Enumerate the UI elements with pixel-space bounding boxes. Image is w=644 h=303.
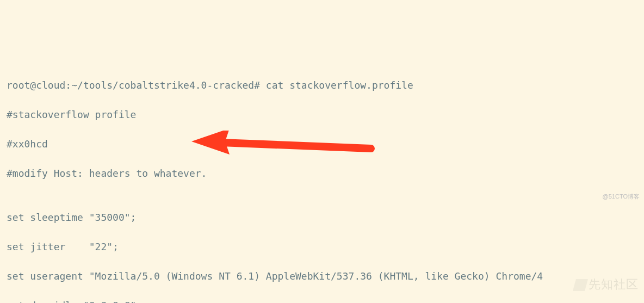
watermark-large: 先知社区 <box>574 275 639 293</box>
terminal-line: #modify Host: headers to whatever. <box>7 166 637 181</box>
watermark-logo-icon <box>573 279 588 291</box>
terminal-line: #xx0hcd <box>7 137 637 151</box>
terminal-line: #stackoverflow profile <box>7 107 637 122</box>
watermark-small: @51CTO博客 <box>603 192 640 201</box>
terminal-line: root@cloud:~/tools/cobaltstrike4.0-crack… <box>7 78 637 92</box>
terminal-output: root@cloud:~/tools/cobaltstrike4.0-crack… <box>7 63 637 303</box>
terminal-line: set dns_idle "8.8.8.8"; <box>7 298 637 303</box>
terminal-line: set sleeptime "35000"; <box>7 210 637 225</box>
terminal-line: set jitter "22"; <box>7 239 637 254</box>
terminal-line: set useragent "Mozilla/5.0 (Windows NT 6… <box>7 269 637 283</box>
watermark-text: 先知社区 <box>589 277 639 291</box>
